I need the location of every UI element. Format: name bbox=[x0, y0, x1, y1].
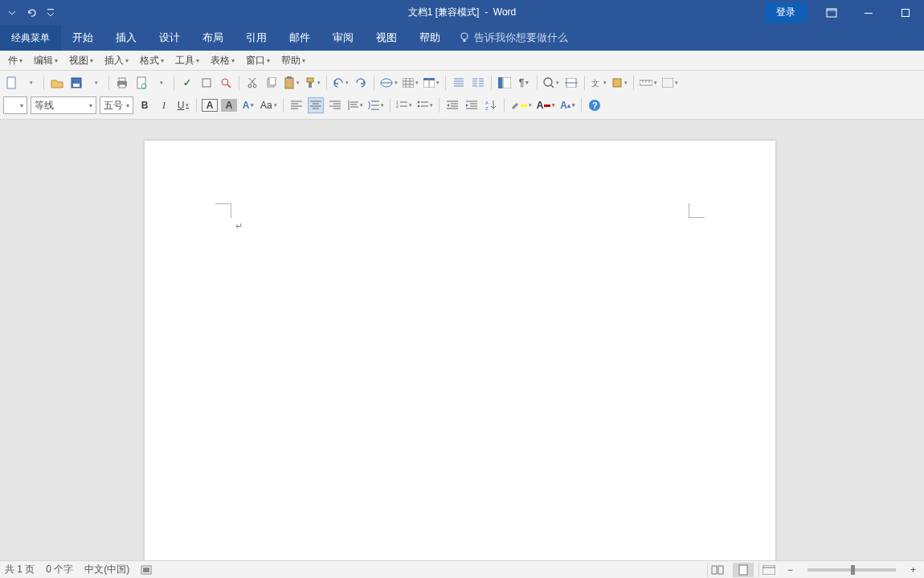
bullets-button[interactable] bbox=[416, 97, 434, 113]
lookup-icon[interactable] bbox=[218, 75, 234, 91]
svg-rect-30 bbox=[403, 78, 414, 88]
svg-rect-2 bbox=[827, 9, 836, 11]
format-painter-icon[interactable] bbox=[304, 75, 321, 91]
zoom-in-button[interactable]: + bbox=[907, 564, 919, 576]
underline-button[interactable]: U bbox=[175, 97, 191, 113]
tell-me-search[interactable]: 告诉我你想要做什么 bbox=[452, 25, 576, 51]
toolbar-row-2: 等线 五号 B I U A A A Aa 12 AZ A A▴ ? bbox=[3, 96, 921, 115]
decrease-indent-button[interactable] bbox=[444, 97, 460, 113]
read-mode-button[interactable] bbox=[707, 563, 728, 577]
font-color-button[interactable]: A bbox=[536, 97, 557, 113]
columns-1-icon[interactable] bbox=[451, 75, 467, 91]
print-dropdown[interactable] bbox=[153, 75, 169, 91]
zoom-slider-thumb[interactable] bbox=[851, 565, 855, 575]
font-combo[interactable]: 等线 bbox=[31, 96, 96, 114]
menu-format-label: 格式 bbox=[140, 54, 159, 68]
align-right-button[interactable] bbox=[327, 97, 343, 113]
open-icon[interactable] bbox=[49, 75, 65, 91]
help-button[interactable]: ? bbox=[587, 97, 603, 113]
char-border-button[interactable]: A bbox=[202, 99, 218, 112]
char-shading-button[interactable]: A bbox=[221, 99, 237, 112]
tab-view[interactable]: 视图 bbox=[365, 25, 408, 51]
show-hide-icon[interactable]: ¶ bbox=[516, 75, 532, 91]
qat-dropdown-icon[interactable] bbox=[5, 6, 19, 20]
gridlines-icon[interactable] bbox=[661, 75, 679, 91]
tab-layout[interactable]: 布局 bbox=[191, 25, 235, 51]
zoom-out-button[interactable]: − bbox=[784, 564, 796, 576]
classic-toolbar: ✓ ¶ 文 等线 五号 B I U bbox=[0, 71, 924, 120]
zoom-slider[interactable] bbox=[807, 568, 896, 572]
tab-design[interactable]: 设计 bbox=[148, 25, 191, 51]
menu-file[interactable]: 件▾ bbox=[3, 54, 27, 68]
menu-insert[interactable]: 插入▾ bbox=[100, 54, 133, 68]
align-center-button[interactable] bbox=[308, 97, 324, 113]
login-button[interactable]: 登录 bbox=[765, 2, 807, 23]
tab-ref[interactable]: 引用 bbox=[235, 25, 278, 51]
change-case-button[interactable]: Aa bbox=[260, 97, 278, 113]
menu-edit[interactable]: 编辑▾ bbox=[29, 54, 63, 68]
zoom-icon[interactable] bbox=[542, 75, 560, 91]
tab-help[interactable]: 帮助 bbox=[408, 25, 452, 51]
grow-font-button[interactable]: A▴ bbox=[559, 97, 576, 113]
text-effects-button[interactable]: A bbox=[240, 97, 256, 113]
paste-icon[interactable] bbox=[283, 75, 301, 91]
ruler-icon[interactable] bbox=[639, 75, 658, 91]
print-layout-button[interactable] bbox=[733, 563, 754, 577]
insert-hyperlink-icon[interactable] bbox=[379, 75, 399, 91]
menu-help[interactable]: 帮助▾ bbox=[276, 54, 310, 68]
tab-mail[interactable]: 邮件 bbox=[278, 25, 321, 51]
page-1[interactable]: ↵ bbox=[145, 141, 775, 560]
object-icon[interactable] bbox=[611, 75, 628, 91]
numbering-button[interactable]: 12 bbox=[395, 97, 413, 113]
qat-more-icon[interactable] bbox=[43, 6, 58, 20]
new-doc-dropdown[interactable] bbox=[22, 75, 39, 91]
page-width-icon[interactable] bbox=[563, 75, 579, 91]
web-layout-button[interactable] bbox=[758, 563, 779, 577]
insert-table-icon[interactable] bbox=[423, 75, 440, 91]
highlight-button[interactable] bbox=[509, 97, 533, 113]
undo-icon[interactable] bbox=[24, 6, 39, 20]
print-preview-icon[interactable] bbox=[133, 75, 149, 91]
increase-indent-button[interactable] bbox=[464, 97, 480, 113]
style-combo[interactable] bbox=[3, 96, 27, 114]
macro-indicator-icon[interactable] bbox=[141, 565, 152, 575]
cut-icon[interactable] bbox=[244, 75, 260, 91]
menu-format[interactable]: 格式▾ bbox=[135, 54, 169, 68]
status-page[interactable]: 共 1 页 bbox=[5, 563, 35, 576]
status-word-count[interactable]: 0 个字 bbox=[46, 563, 73, 576]
menu-tools[interactable]: 工具▾ bbox=[170, 54, 204, 68]
text-direction-icon[interactable]: 文 bbox=[590, 75, 607, 91]
doc-map-icon[interactable] bbox=[497, 75, 513, 91]
minimize-button[interactable] bbox=[850, 0, 887, 25]
menu-window[interactable]: 窗口▾ bbox=[241, 54, 275, 68]
redo-button[interactable] bbox=[353, 75, 369, 91]
tab-review[interactable]: 审阅 bbox=[321, 25, 365, 51]
italic-button[interactable]: I bbox=[156, 97, 172, 113]
align-left-button[interactable] bbox=[288, 97, 305, 113]
undo-button[interactable] bbox=[332, 75, 350, 91]
insert-table-grid-icon[interactable] bbox=[402, 75, 419, 91]
status-language[interactable]: 中文(中国) bbox=[84, 563, 129, 576]
save-icon[interactable] bbox=[68, 75, 84, 91]
columns-2-icon[interactable] bbox=[470, 75, 486, 91]
tab-home[interactable]: 开始 bbox=[61, 25, 104, 51]
spellcheck-icon[interactable]: ✓ bbox=[179, 75, 195, 91]
maximize-button[interactable] bbox=[887, 0, 924, 25]
distributed-button[interactable] bbox=[346, 97, 364, 113]
file-tab[interactable]: 经典菜单 bbox=[0, 25, 61, 51]
separator bbox=[445, 76, 446, 90]
bold-button[interactable]: B bbox=[137, 97, 153, 113]
research-icon[interactable] bbox=[198, 75, 215, 91]
new-doc-icon[interactable] bbox=[3, 75, 19, 91]
tab-insert[interactable]: 插入 bbox=[104, 25, 148, 51]
sort-button[interactable]: AZ bbox=[483, 97, 499, 113]
document-canvas[interactable]: ↵ 首先打开一个文档 bbox=[0, 126, 924, 560]
line-spacing-button[interactable] bbox=[367, 97, 385, 113]
menu-view[interactable]: 视图▾ bbox=[64, 54, 98, 68]
print-icon[interactable] bbox=[114, 75, 130, 91]
ribbon-display-options-icon[interactable] bbox=[813, 0, 850, 25]
menu-table[interactable]: 表格▾ bbox=[206, 54, 239, 68]
copy-icon[interactable] bbox=[264, 75, 280, 91]
save-dropdown[interactable] bbox=[88, 75, 104, 91]
size-combo[interactable]: 五号 bbox=[100, 96, 133, 114]
